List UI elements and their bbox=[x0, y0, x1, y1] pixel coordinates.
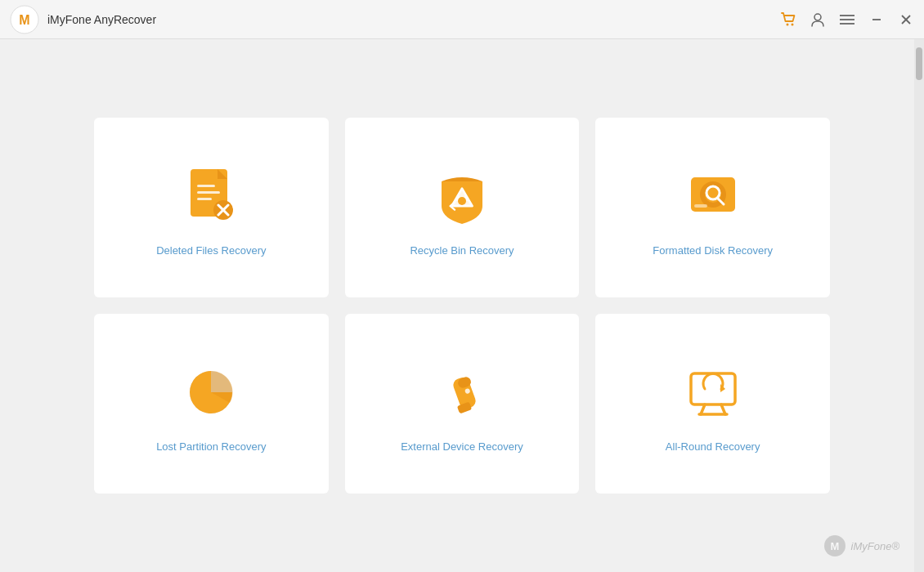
watermark: M iMyFone® bbox=[823, 534, 899, 557]
svg-rect-25 bbox=[694, 204, 707, 208]
scrollbar-thumb[interactable] bbox=[916, 47, 922, 80]
cart-icon[interactable] bbox=[780, 11, 796, 28]
lost-partition-label: Lost Partition Recovery bbox=[156, 440, 266, 453]
svg-text:M: M bbox=[830, 540, 839, 552]
svg-line-33 bbox=[721, 404, 725, 414]
user-icon[interactable] bbox=[810, 11, 826, 28]
recycle-bin-icon bbox=[429, 163, 495, 228]
main-content: Deleted Files Recovery bbox=[0, 39, 924, 572]
lost-partition-icon bbox=[178, 359, 244, 424]
titlebar-actions bbox=[780, 11, 914, 28]
close-button[interactable] bbox=[898, 11, 914, 28]
svg-point-4 bbox=[814, 14, 821, 20]
svg-rect-15 bbox=[197, 198, 212, 200]
deleted-files-label: Deleted Files Recovery bbox=[156, 244, 266, 257]
card-formatted-disk[interactable]: Formatted Disk Recovery bbox=[595, 118, 830, 297]
svg-point-19 bbox=[458, 197, 466, 205]
formatted-disk-label: Formatted Disk Recovery bbox=[653, 244, 773, 257]
title-bar: M iMyFone AnyRecover bbox=[0, 0, 924, 39]
deleted-files-icon bbox=[178, 163, 244, 228]
card-lost-partition[interactable]: Lost Partition Recovery bbox=[94, 314, 329, 494]
all-round-icon bbox=[680, 359, 746, 424]
menu-icon[interactable] bbox=[839, 11, 855, 28]
svg-point-3 bbox=[792, 23, 794, 25]
app-title: iMyFone AnyRecover bbox=[47, 13, 780, 26]
svg-rect-13 bbox=[197, 185, 215, 187]
svg-rect-31 bbox=[691, 373, 735, 404]
recovery-grid: Deleted Files Recovery bbox=[94, 118, 830, 494]
card-all-round[interactable]: All-Round Recovery bbox=[595, 314, 830, 494]
app-logo: M bbox=[10, 5, 39, 34]
svg-text:M: M bbox=[19, 13, 29, 27]
svg-rect-14 bbox=[197, 191, 220, 194]
card-external-device[interactable]: External Device Recovery bbox=[345, 314, 580, 494]
all-round-label: All-Round Recovery bbox=[666, 440, 760, 453]
scrollbar[interactable] bbox=[914, 39, 924, 572]
formatted-disk-icon bbox=[680, 163, 746, 228]
external-device-label: External Device Recovery bbox=[401, 440, 523, 453]
watermark-text: iMyFone® bbox=[851, 540, 899, 552]
minimize-button[interactable] bbox=[868, 11, 885, 28]
svg-rect-28 bbox=[457, 401, 472, 413]
svg-line-32 bbox=[701, 404, 705, 414]
external-device-icon bbox=[429, 359, 495, 424]
svg-point-2 bbox=[787, 23, 789, 25]
recycle-bin-label: Recycle Bin Recovery bbox=[410, 244, 514, 257]
card-deleted-files[interactable]: Deleted Files Recovery bbox=[94, 118, 329, 297]
card-recycle-bin[interactable]: Recycle Bin Recovery bbox=[345, 118, 580, 297]
